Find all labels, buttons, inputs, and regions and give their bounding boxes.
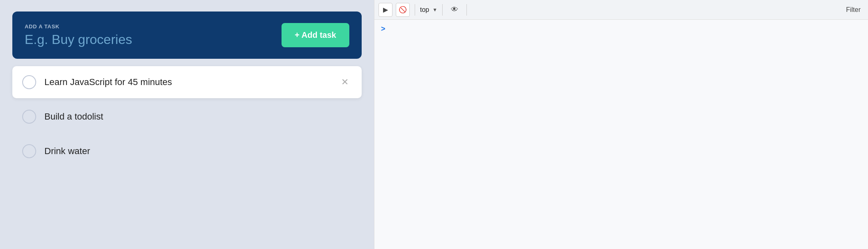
ban-button[interactable]: 🚫: [396, 3, 410, 17]
todo-panel: Add a task E.g. Buy groceries + Add task…: [0, 0, 374, 249]
ban-icon: 🚫: [399, 6, 407, 14]
chevron-down-icon[interactable]: ▼: [432, 7, 437, 13]
toolbar-separator-1: [415, 4, 415, 16]
add-task-placeholder: E.g. Buy groceries: [25, 32, 132, 47]
add-task-label: Add a task: [25, 23, 132, 30]
add-task-button[interactable]: + Add task: [282, 23, 349, 47]
toolbar-separator-3: [466, 4, 467, 16]
devtools-toolbar: ▶ 🚫 top ▼ 👁 Filter: [374, 0, 868, 20]
task-item: Drink water: [12, 135, 362, 167]
task-delete-1[interactable]: ✕: [338, 76, 352, 88]
eye-button[interactable]: 👁: [448, 3, 462, 17]
expand-arrow-icon[interactable]: >: [381, 25, 386, 33]
play-button[interactable]: ▶: [379, 3, 392, 17]
task-text-2: Build a todolist: [44, 111, 352, 122]
task-checkbox-1[interactable]: [22, 75, 36, 89]
devtools-content: >: [374, 20, 868, 249]
toolbar-separator-2: [442, 4, 443, 16]
filter-label[interactable]: Filter: [843, 5, 864, 15]
eye-icon: 👁: [451, 5, 458, 14]
context-select[interactable]: top: [420, 6, 429, 14]
play-icon: ▶: [383, 6, 388, 14]
task-text-3: Drink water: [44, 146, 352, 157]
task-text-1: Learn JavaScript for 45 minutes: [44, 77, 330, 88]
add-task-card: Add a task E.g. Buy groceries + Add task: [12, 12, 362, 59]
add-task-label-group: Add a task E.g. Buy groceries: [25, 23, 132, 47]
task-checkbox-3[interactable]: [22, 144, 36, 158]
devtools-panel: ▶ 🚫 top ▼ 👁 Filter >: [374, 0, 868, 249]
task-item: Build a todolist: [12, 101, 362, 133]
context-value: top: [420, 6, 429, 14]
task-item: Learn JavaScript for 45 minutes ✕: [12, 66, 362, 98]
task-list: Learn JavaScript for 45 minutes ✕ Build …: [12, 66, 362, 167]
task-checkbox-2[interactable]: [22, 110, 36, 124]
